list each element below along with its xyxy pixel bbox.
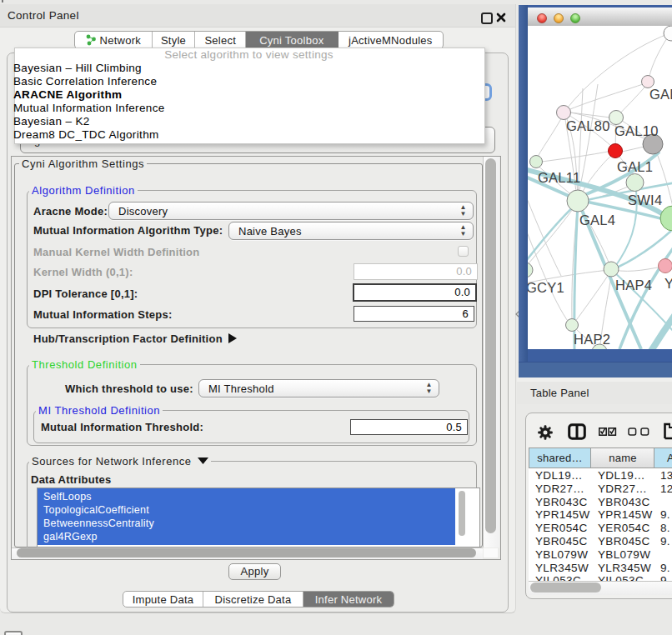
svg-text:GAL7: GAL7: [649, 87, 672, 102]
svg-text:SWI4: SWI4: [628, 192, 662, 208]
svg-text:GCY1: GCY1: [528, 280, 564, 295]
svg-text:HAP4: HAP4: [615, 278, 652, 292]
svg-text:YM: YM: [664, 276, 672, 291]
svg-text:GAL10: GAL10: [614, 123, 659, 138]
svg-text:HAP2: HAP2: [574, 332, 610, 347]
svg-text:GAL4: GAL4: [579, 212, 615, 228]
svg-text:GAL1: GAL1: [617, 159, 653, 174]
svg-text:GAL11: GAL11: [538, 170, 580, 185]
svg-text:GAL80: GAL80: [566, 118, 610, 133]
